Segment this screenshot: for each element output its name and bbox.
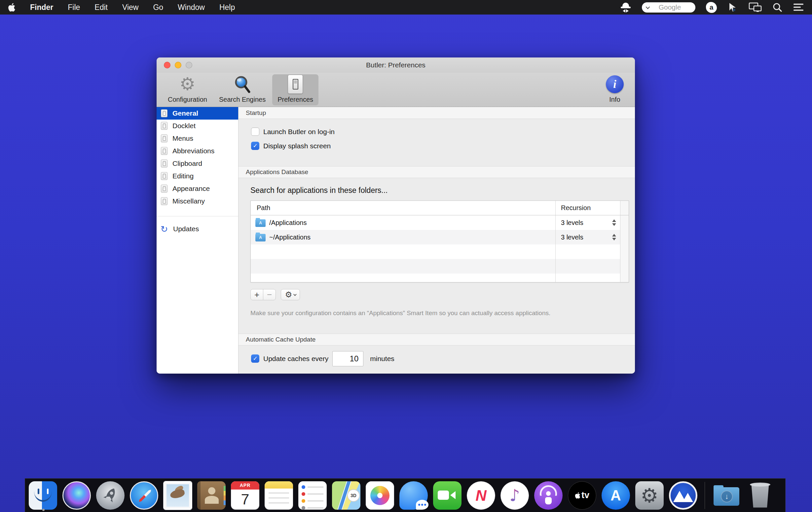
switch-icon bbox=[161, 197, 168, 205]
desktop: Finder File Edit View Go Window Help Goo… bbox=[0, 0, 812, 512]
cursor-arrow-icon[interactable] bbox=[727, 2, 738, 12]
close-button[interactable] bbox=[164, 62, 171, 68]
toolbar-preferences-button[interactable]: Preferences bbox=[272, 74, 318, 105]
dock-trash-icon[interactable] bbox=[746, 481, 774, 510]
toolbar-configuration-button[interactable]: ⚙ Configuration bbox=[163, 74, 212, 105]
zoom-button[interactable] bbox=[186, 62, 192, 68]
checkbox-unchecked[interactable] bbox=[251, 127, 259, 136]
butler-hat-icon[interactable] bbox=[620, 2, 631, 13]
menu-list-icon[interactable] bbox=[793, 3, 804, 12]
dock-podcasts-icon[interactable] bbox=[534, 481, 562, 510]
dock-siri-icon[interactable] bbox=[62, 481, 91, 510]
dock-reminders-icon[interactable] bbox=[298, 481, 327, 510]
dock-notes-icon[interactable] bbox=[265, 481, 293, 510]
search-placeholder: Google bbox=[651, 3, 691, 11]
checkbox-update-caches[interactable]: ✓ bbox=[251, 354, 259, 363]
table-row-empty[interactable] bbox=[251, 274, 629, 282]
remove-folder-button[interactable]: − bbox=[263, 289, 276, 300]
apple-menu-icon[interactable] bbox=[8, 3, 16, 12]
menu-edit[interactable]: Edit bbox=[94, 3, 108, 12]
dock-mail-icon[interactable] bbox=[164, 481, 192, 510]
preferences-sidebar: General Docklet Menus Abbreviations Clip… bbox=[156, 107, 238, 374]
sidebar-item-appearance[interactable]: Appearance bbox=[156, 182, 238, 195]
minutes-label: minutes bbox=[370, 355, 395, 363]
dock-music-icon[interactable]: ♪ bbox=[500, 481, 529, 510]
checkbox-display-splash[interactable]: ✓ Display splash screen bbox=[251, 142, 635, 150]
switch-icon bbox=[161, 160, 168, 168]
dock-mountain-app-icon[interactable] bbox=[669, 481, 697, 510]
menubar-search-field[interactable]: Google bbox=[642, 2, 695, 12]
minutes-input[interactable] bbox=[332, 351, 364, 366]
refresh-icon: ↻ bbox=[160, 225, 168, 233]
dock-news-icon[interactable]: N bbox=[467, 481, 495, 510]
dock-launchpad-icon[interactable] bbox=[96, 481, 124, 510]
dock-finder-icon[interactable] bbox=[29, 481, 57, 510]
dock-contacts-icon[interactable] bbox=[197, 481, 226, 510]
spotlight-icon[interactable] bbox=[772, 2, 782, 12]
light-switch-icon bbox=[288, 74, 303, 94]
switch-icon bbox=[161, 172, 168, 180]
sidebar-item-menus[interactable]: Menus bbox=[156, 132, 238, 145]
dock-separator bbox=[705, 482, 705, 509]
menu-file[interactable]: File bbox=[68, 3, 80, 12]
sidebar-item-updates[interactable]: ↻ Updates bbox=[156, 222, 238, 236]
toolbar-search-engines-button[interactable]: Search Engines bbox=[214, 74, 271, 105]
sidebar-divider bbox=[156, 216, 238, 216]
menu-bar: Finder File Edit View Go Window Help Goo… bbox=[0, 0, 812, 15]
add-folder-button[interactable]: + bbox=[251, 289, 263, 300]
butler-preferences-window: Butler: Preferences ⚙ Configuration bbox=[156, 57, 635, 374]
folders-table: Path Recursion A /Applications 3 levels bbox=[251, 200, 629, 282]
sidebar-item-general[interactable]: General bbox=[156, 107, 238, 120]
toolbar-info-button[interactable]: i Info bbox=[601, 74, 629, 105]
dock-apple-tv-icon[interactable]: tv bbox=[568, 481, 596, 510]
menu-window[interactable]: Window bbox=[178, 3, 205, 12]
sidebar-item-abbreviations[interactable]: Abbreviations bbox=[156, 145, 238, 157]
dock: APR 7 3D N ♪ tv A bbox=[25, 478, 786, 512]
dock-maps-icon[interactable]: 3D bbox=[332, 481, 360, 510]
dock-downloads-folder-icon[interactable]: ↓ bbox=[712, 481, 741, 510]
table-row-empty[interactable] bbox=[251, 245, 629, 259]
avast-icon[interactable]: a bbox=[706, 2, 717, 13]
search-globe-icon bbox=[233, 74, 252, 94]
finder-running-indicator bbox=[42, 509, 45, 511]
checkbox-checked[interactable]: ✓ bbox=[251, 142, 259, 150]
dock-system-preferences-icon[interactable]: ⚙ bbox=[635, 481, 664, 510]
actions-gear-button[interactable]: ⚙ bbox=[281, 289, 300, 300]
column-header-recursion[interactable]: Recursion bbox=[555, 201, 620, 215]
menu-view[interactable]: View bbox=[122, 3, 138, 12]
menu-app-name[interactable]: Finder bbox=[30, 3, 53, 12]
sidebar-item-docklet[interactable]: Docklet bbox=[156, 120, 238, 132]
menu-help[interactable]: Help bbox=[219, 3, 235, 12]
sidebar-item-miscellany[interactable]: Miscellany bbox=[156, 195, 238, 207]
dock-photos-icon[interactable] bbox=[366, 481, 394, 510]
table-scrollbar-track[interactable] bbox=[620, 230, 629, 245]
title-bar[interactable]: Butler: Preferences bbox=[156, 57, 635, 73]
dock-facetime-icon[interactable] bbox=[433, 481, 462, 510]
recursion-stepper[interactable] bbox=[612, 234, 616, 240]
table-row-empty[interactable] bbox=[251, 259, 629, 274]
recursion-stepper[interactable] bbox=[612, 219, 616, 226]
minimize-button[interactable] bbox=[175, 62, 181, 68]
sidebar-item-clipboard[interactable]: Clipboard bbox=[156, 157, 238, 170]
applications-folder-icon: A bbox=[255, 219, 266, 227]
dock-calendar-icon[interactable]: APR 7 bbox=[231, 481, 259, 510]
display-mirroring-icon[interactable] bbox=[749, 2, 762, 12]
dock-safari-icon[interactable] bbox=[130, 481, 158, 510]
dock-messages-icon[interactable] bbox=[399, 481, 428, 510]
chevron-down-icon bbox=[293, 293, 297, 296]
chevron-down-icon bbox=[646, 5, 650, 9]
section-header-applications-database: Applications Database bbox=[238, 166, 635, 178]
menu-go[interactable]: Go bbox=[153, 3, 163, 12]
dock-app-store-icon[interactable]: A bbox=[602, 481, 630, 510]
smart-item-note: Make sure your configuration contains an… bbox=[251, 310, 629, 317]
table-row[interactable]: A ~/Applications 3 levels bbox=[251, 230, 629, 245]
checkbox-launch-on-login[interactable]: Launch Butler on log-in bbox=[251, 127, 635, 136]
search-folders-prompt: Search for applications in these folders… bbox=[251, 186, 629, 195]
table-row[interactable]: A /Applications 3 levels bbox=[251, 216, 629, 230]
section-header-cache-update: Automatic Cache Update bbox=[238, 334, 635, 345]
column-header-path[interactable]: Path bbox=[251, 201, 555, 215]
table-scrollbar-track[interactable] bbox=[620, 216, 629, 230]
table-header: Path Recursion bbox=[251, 201, 629, 216]
sidebar-item-editing[interactable]: Editing bbox=[156, 170, 238, 182]
switch-icon bbox=[161, 147, 168, 155]
